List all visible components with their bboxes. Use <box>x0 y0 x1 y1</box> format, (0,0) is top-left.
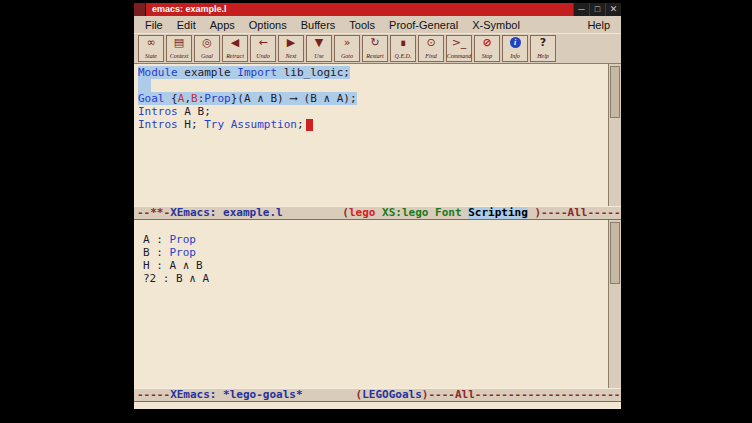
use-icon: ▼ <box>315 37 323 49</box>
line-text: ?2 : B ∧ A <box>143 272 209 285</box>
line-text: A : Prop <box>143 233 196 246</box>
toolbar-button-label: Restart <box>366 53 383 60</box>
token: ; <box>297 118 304 131</box>
script-buffer[interactable]: Module example Import lib_logic; Goal {A… <box>134 64 621 206</box>
token: Goal <box>138 92 165 105</box>
qed-icon: ∎ <box>400 37 407 49</box>
window-menu-icon[interactable] <box>134 3 146 16</box>
text-cursor <box>306 119 313 131</box>
code-line: Intros A B; <box>138 105 608 118</box>
goals-buffer-text: A : PropB : PropH : A ∧ B?2 : B ∧ A <box>134 220 608 388</box>
script-scrollbar-thumb[interactable] <box>610 66 620 118</box>
command-icon: >_ <box>452 37 467 49</box>
context-icon: ▤ <box>174 37 184 49</box>
state-button[interactable]: ∞State <box>138 35 164 62</box>
goto-icon: » <box>344 37 351 49</box>
token: H; <box>178 118 205 131</box>
goals-scrollbar[interactable] <box>608 220 621 388</box>
code-line: Goal {A,B:Prop}(A ∧ B) ⟶ (B ∧ A); <box>138 92 608 105</box>
modeline-segment: ----All---------------------------------… <box>541 206 621 219</box>
menubar: FileEditAppsOptionsBuffersToolsProof-Gen… <box>134 16 621 33</box>
glasses-icon: ∞ <box>146 37 155 49</box>
menu-x-symbol[interactable]: X-Symbol <box>465 19 527 31</box>
modeline-segment: LEGOGoals <box>362 388 422 401</box>
code-line: A : Prop <box>143 233 608 246</box>
token: Intros <box>138 105 178 118</box>
next-icon: ▶ <box>287 37 295 49</box>
line-text: B : Prop <box>143 246 196 259</box>
token: Prop <box>170 246 197 259</box>
modeline-segment: XS:lego <box>382 206 428 219</box>
code-line: B : Prop <box>143 246 608 259</box>
echo-area[interactable] <box>134 402 621 409</box>
modeline-segment: ( <box>342 206 349 219</box>
restart-button[interactable]: ↻Restart <box>362 35 388 62</box>
restart-icon: ↻ <box>370 37 379 49</box>
line-text: Intros A B; <box>138 105 211 118</box>
menu-proof-general[interactable]: Proof-General <box>382 19 465 31</box>
goals-scrollbar-thumb[interactable] <box>610 222 620 284</box>
retract-button[interactable]: ◀Retract <box>222 35 248 62</box>
goals-modeline: -----XEmacs: *lego-goals* (LEGOGoals)---… <box>134 388 621 402</box>
goal-icon: ◎ <box>202 37 212 49</box>
token: ?2 : B ∧ A <box>143 272 209 285</box>
info-icon: i <box>510 37 521 48</box>
token: Module <box>138 66 178 79</box>
token: { <box>165 92 178 105</box>
locked-region-segment: Module example Import lib_logic; <box>138 66 350 79</box>
modeline-segment: lego <box>349 206 376 219</box>
goals-buffer[interactable]: A : PropB : PropH : A ∧ B?2 : B ∧ A <box>134 220 621 388</box>
goal-button[interactable]: ◎Goal <box>194 35 220 62</box>
modeline-segment: --**- <box>137 206 170 219</box>
use-button[interactable]: ▼Use <box>306 35 332 62</box>
menu-options[interactable]: Options <box>242 19 294 31</box>
toolbar-button-label: Retract <box>226 53 244 60</box>
script-buffer-text: Module example Import lib_logic; Goal {A… <box>134 64 608 206</box>
toolbar-button-label: Undo <box>256 53 269 60</box>
toolbar-button-label: Use <box>314 53 323 60</box>
token: Intros <box>138 118 178 131</box>
script-modeline: --**-XEmacs: example.l (lego XS:lego Fon… <box>134 206 621 220</box>
toolbar-button-label: State <box>145 53 157 60</box>
token: Prop <box>170 233 197 246</box>
stop-button[interactable]: ⊘Stop <box>474 35 500 62</box>
context-button[interactable]: ▤Context <box>166 35 192 62</box>
toolbar-button-label: Command <box>447 53 472 60</box>
stop-icon: ⊘ <box>482 37 491 49</box>
token: A B; <box>178 105 211 118</box>
menu-edit[interactable]: Edit <box>170 19 203 31</box>
menu-apps[interactable]: Apps <box>203 19 242 31</box>
undo-button[interactable]: ←Undo <box>250 35 276 62</box>
modeline-segment: ----All---------------------------------… <box>428 388 621 401</box>
q-e-d-button[interactable]: ∎Q.E.D. <box>390 35 416 62</box>
info-button[interactable]: iInfo <box>502 35 528 62</box>
find-button[interactable]: ⊙Find <box>418 35 444 62</box>
token: B <box>191 92 198 105</box>
modeline-segment: XEmacs: *lego-goals* <box>170 388 302 401</box>
menu-tools[interactable]: Tools <box>342 19 382 31</box>
toolbar-button-label: Info <box>510 53 520 60</box>
goto-button[interactable]: »Goto <box>334 35 360 62</box>
next-button[interactable]: ▶Next <box>278 35 304 62</box>
close-button[interactable]: ✕ <box>605 3 621 16</box>
token: B : <box>143 246 170 259</box>
command-button[interactable]: >_Command <box>446 35 472 62</box>
modeline-segment: ----- <box>137 388 170 401</box>
code-line: Intros H; Try Assumption; <box>138 118 608 131</box>
help-button[interactable]: ?Help <box>530 35 556 62</box>
minimize-button[interactable]: ─ <box>573 3 589 16</box>
toolbar-button-label: Next <box>286 53 297 60</box>
titlebar[interactable]: emacs: example.l ─ □ ✕ <box>134 3 621 16</box>
toolbar-button-label: Context <box>170 53 189 60</box>
code-line: H : A ∧ B <box>143 259 608 272</box>
maximize-button[interactable]: □ <box>589 3 605 16</box>
window-title: emacs: example.l <box>146 3 573 16</box>
menu-help[interactable]: Help <box>580 19 617 31</box>
menu-buffers[interactable]: Buffers <box>294 19 343 31</box>
modeline-segment: XEmacs: example.l <box>170 206 283 219</box>
menu-file[interactable]: File <box>138 19 170 31</box>
script-scrollbar[interactable] <box>608 64 621 206</box>
toolbar: ∞State▤Context◎Goal◀Retract←Undo▶Next▼Us… <box>134 33 621 64</box>
retract-icon: ◀ <box>231 37 239 49</box>
toolbar-button-label: Stop <box>482 53 493 60</box>
